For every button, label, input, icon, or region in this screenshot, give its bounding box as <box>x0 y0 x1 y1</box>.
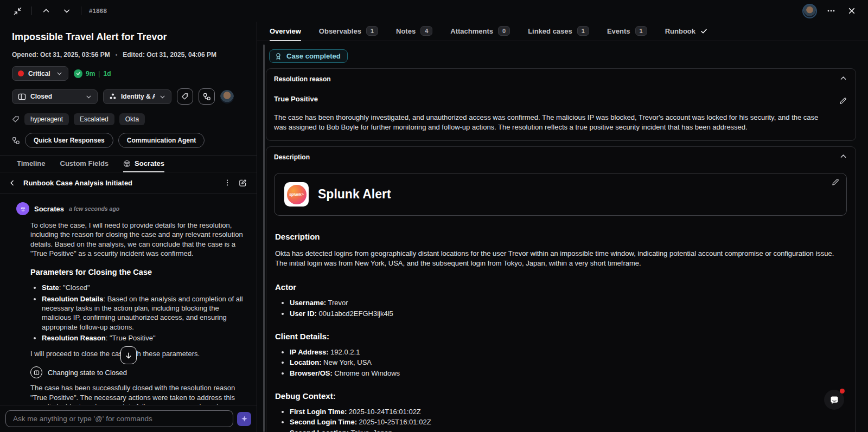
close-icon <box>848 7 856 15</box>
check-circle-icon <box>74 69 82 78</box>
message-timestamp: a few seconds ago <box>69 205 119 212</box>
notification-dot <box>840 389 845 394</box>
tag-chip[interactable]: Escalated <box>74 113 114 125</box>
collapse-panel-button[interactable] <box>11 4 24 17</box>
chat-input[interactable] <box>5 410 233 427</box>
chevron-up-icon <box>42 7 50 15</box>
tab-events[interactable]: Events 1 <box>607 22 647 41</box>
tag-chip[interactable]: Okta <box>119 113 145 125</box>
chevron-up-icon <box>840 153 847 160</box>
next-case-button[interactable] <box>60 4 73 17</box>
events-count: 1 <box>635 26 647 36</box>
detail-item: Browser/OS: Chrome on Windows <box>290 369 846 377</box>
topbar-divider <box>31 7 32 15</box>
scroll-to-bottom-button[interactable] <box>120 346 137 364</box>
chat-bubble-icon <box>829 395 839 405</box>
back-button[interactable] <box>9 179 16 186</box>
detail-item: Second Location: Tokyo, Japan <box>290 429 846 432</box>
chevron-down-icon <box>86 94 92 100</box>
edited-timestamp: Edited: Oct 31, 2025, 04:06 PM <box>123 51 216 59</box>
previous-case-button[interactable] <box>40 4 53 17</box>
chevron-down-icon <box>56 70 62 76</box>
tab-notes[interactable]: Notes 4 <box>396 22 432 41</box>
description-card-heading: Description <box>274 153 847 161</box>
message-author: Socrates <box>34 205 64 213</box>
tab-overview[interactable]: Overview <box>270 22 301 41</box>
tab-attachments[interactable]: Attachments 0 <box>450 22 510 41</box>
section-paragraph: Okta has detected logins from geographic… <box>275 249 846 268</box>
tab-observables[interactable]: Observables 1 <box>319 22 378 41</box>
attachments-count: 0 <box>498 26 510 36</box>
client-details-list: IP Address: 192.0.2.1 Location: New York… <box>275 348 846 377</box>
edit-description-button[interactable] <box>832 178 839 186</box>
sparkle-icon <box>241 415 248 422</box>
params-list: State: "Closed" Resolution Details: Base… <box>30 283 244 343</box>
more-options-button[interactable] <box>825 4 838 17</box>
proceed-text: I will proceed to close the case with th… <box>30 349 244 358</box>
severity-dot-icon <box>18 70 24 76</box>
sla-limit: 1d <box>103 70 111 78</box>
tab-linked-cases[interactable]: Linked cases 1 <box>528 22 589 41</box>
meta-separator: • <box>116 52 118 58</box>
splunk-logo-text: splunk> <box>287 185 307 204</box>
status-label: Closed <box>30 93 52 100</box>
quick-user-responses-button[interactable]: Quick User Responses <box>25 133 113 148</box>
tab-timeline[interactable]: Timeline <box>17 156 46 172</box>
help-chat-button[interactable] <box>824 390 844 410</box>
collapse-description-button[interactable] <box>840 153 847 160</box>
topbar-divider <box>81 7 81 15</box>
overview-scrollbar[interactable] <box>263 44 265 432</box>
severity-select[interactable]: Critical <box>12 66 68 81</box>
manage-tags-button[interactable] <box>177 88 193 105</box>
tab-socrates[interactable]: Socrates <box>123 156 164 172</box>
detail-tabs: Overview Observables 1 Notes 4 Attachmen… <box>257 22 868 41</box>
kanban-state-icon <box>18 93 26 101</box>
params-heading: Parameters for Closing the Case <box>30 267 244 278</box>
observables-count: 1 <box>366 26 378 36</box>
section-heading: Actor <box>275 282 846 292</box>
pencil-icon <box>832 178 839 186</box>
tag-icon <box>181 93 189 100</box>
new-thread-button[interactable] <box>239 179 247 187</box>
overview-content: Case completed Resolution reason True Po… <box>257 41 868 432</box>
sidebar-tabs: Timeline Custom Fields Socrates <box>0 155 257 172</box>
detail-item: Location: New York, USA <box>290 358 846 366</box>
socrates-avatar-icon <box>16 202 29 215</box>
chevron-down-icon <box>63 7 71 15</box>
topbar: #1868 <box>0 0 868 22</box>
status-select[interactable]: Closed <box>12 89 98 104</box>
close-button[interactable] <box>845 4 858 17</box>
collapse-icon <box>14 7 22 15</box>
team-label: Identity & Acces... <box>121 93 155 100</box>
tab-custom-fields[interactable]: Custom Fields <box>60 156 109 172</box>
ai-send-button[interactable] <box>237 412 251 426</box>
case-completed-badge: Case completed <box>269 49 348 63</box>
user-avatar[interactable] <box>802 4 817 18</box>
communication-agent-button[interactable]: Communication Agent <box>118 133 205 148</box>
team-select[interactable]: Identity & Acces... <box>103 89 171 104</box>
thread-menu-button[interactable] <box>224 179 231 186</box>
alert-title: Splunk Alert <box>318 187 391 202</box>
tag-chip[interactable]: hyperagent <box>24 113 69 125</box>
description-markdown: Description Okta has detected logins fro… <box>274 216 847 432</box>
tab-runbook[interactable]: Runbook <box>665 22 707 41</box>
sla-indicator: 9m | 1d <box>74 69 111 78</box>
socrates-chat[interactable]: Socrates a few seconds ago To close the … <box>0 194 257 405</box>
assignee-avatar[interactable] <box>220 90 234 104</box>
resolution-details-text: The case has been thoroughly investigate… <box>274 113 847 132</box>
check-icon <box>700 28 707 35</box>
debug-context-list: First Login Time: 2025-10-24T16:01:02Z S… <box>275 408 846 432</box>
param-item: State: "Closed" <box>42 283 244 292</box>
opened-timestamp: Opened: Oct 31, 2025, 03:56 PM <box>12 51 110 59</box>
collapse-resolution-button[interactable] <box>840 75 847 82</box>
socrates-icon <box>123 160 131 167</box>
param-item: Resolution Details: Based on the analysi… <box>42 294 244 332</box>
edit-resolution-button[interactable] <box>839 97 847 105</box>
splunk-alert-header: splunk> Splunk Alert <box>274 173 847 216</box>
tag-icon <box>12 115 20 123</box>
resolution-reason-value: True Positive <box>274 95 847 103</box>
run-agents-button[interactable] <box>199 88 215 105</box>
actor-list: Username: Trevor User ID: 00u1abcd2EFGH3… <box>275 299 846 318</box>
detail-item: Username: Trevor <box>290 299 846 307</box>
severity-label: Critical <box>28 70 50 78</box>
